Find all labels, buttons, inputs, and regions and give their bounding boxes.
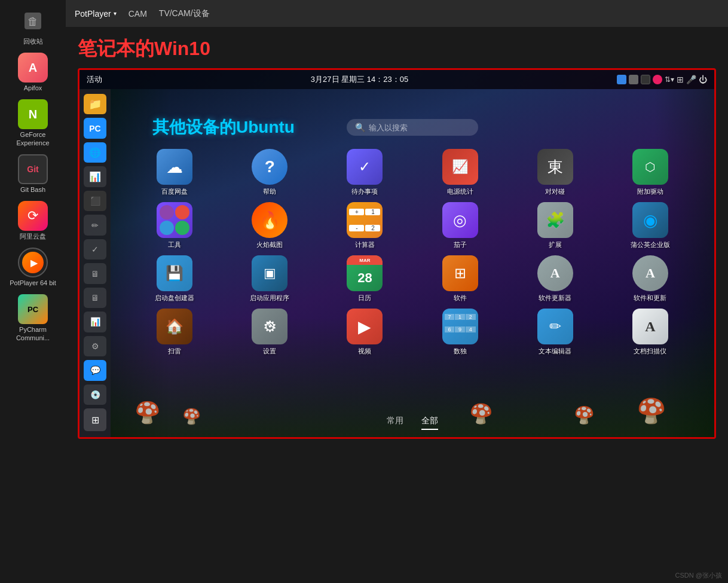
dock-files-icon: 📁 xyxy=(88,97,102,111)
app-label-tools: 工具 xyxy=(168,240,181,249)
dock-browser[interactable]: 🌐 xyxy=(84,142,106,163)
geforce-icon: N xyxy=(18,99,48,129)
app-dandelion[interactable]: ◉ 蒲公英企业版 xyxy=(604,202,696,249)
tvcam-label: TV/CAM/设备 xyxy=(159,8,210,19)
desktop-icon-geforce[interactable]: N GeForce Experience xyxy=(6,99,60,146)
dock-display-icon: 🖥 xyxy=(91,269,99,279)
app-todo[interactable]: ✓ 待办事项 xyxy=(319,149,411,196)
app-tools[interactable]: 工具 xyxy=(129,202,221,249)
app-calendar[interactable]: MAR 28 日历 xyxy=(319,255,411,303)
desktop-icon-potplayer[interactable]: ▶ PotPlayer 64 bit xyxy=(6,248,60,287)
dock-display2-icon: 🖥 xyxy=(91,293,99,303)
app-extend[interactable]: 🧩 扩展 xyxy=(509,202,601,249)
app-label-softupdate: 软件更新器 xyxy=(539,294,571,303)
csdn-watermark: CSDN @张小孩 xyxy=(675,571,722,580)
dock-grid-icon: ⊞ xyxy=(91,414,99,426)
app-calc[interactable]: + 1 - 2 计算器 xyxy=(319,202,411,249)
ubuntu-sys-tray: ⇅▾ ⊞ 🎤 ⏻ xyxy=(617,75,707,84)
app-icon-sudoku: 7 1 2 6 9 4 xyxy=(442,309,478,344)
sys-power-icon: ⏻ xyxy=(699,75,707,84)
dock-display2[interactable]: 🖥 xyxy=(84,288,106,308)
potplayer-dropdown-icon: ▾ xyxy=(114,10,117,17)
dock-todo[interactable]: ✓ xyxy=(84,239,106,260)
app-label-video: 视频 xyxy=(358,347,371,356)
ubuntu-datetime: 3月27日 星期三 14：23：05 xyxy=(311,74,408,85)
ubuntu-activities[interactable]: 活动 xyxy=(87,74,102,85)
dock-browser-icon: 🌐 xyxy=(89,147,101,158)
dock-disk[interactable]: 💿 xyxy=(84,384,106,405)
potplayer-menu-label: PotPlayer xyxy=(75,9,111,19)
app-software[interactable]: ⊞ 软件 xyxy=(414,255,506,303)
menubar-potplayer[interactable]: PotPlayer ▾ xyxy=(75,9,117,19)
ubuntu-sys-icons: ⇅▾ ⊞ 🎤 ⏻ xyxy=(617,75,707,84)
dock-files[interactable]: 📁 xyxy=(84,94,106,114)
dock-grid-wrap: ⊞ xyxy=(84,408,106,431)
dock-charts[interactable]: 📊 xyxy=(84,312,106,332)
sys-icon-1 xyxy=(617,75,626,84)
mushroom-3: 🍄 xyxy=(637,397,666,425)
dock-terminal[interactable]: ⬛ xyxy=(84,191,106,211)
dock-todo-icon: ✓ xyxy=(91,245,99,254)
app-video[interactable]: ▶ 视频 xyxy=(319,309,411,356)
desktop-icon-recycle[interactable]: 🗑 回收站 xyxy=(6,6,60,45)
menubar-tvcam[interactable]: TV/CAM/设备 xyxy=(159,8,210,19)
app-icon-calc: + 1 - 2 xyxy=(347,202,383,238)
app-icon-fire: 🔥 xyxy=(252,202,287,238)
app-icon-match: 東 xyxy=(537,149,573,185)
app-fire[interactable]: 🔥 火焰截图 xyxy=(224,202,316,249)
dock-display[interactable]: 🖥 xyxy=(84,263,106,283)
app-label-settings: 设置 xyxy=(263,347,276,356)
tab-all[interactable]: 全部 xyxy=(421,416,438,430)
dock-ide[interactable]: PC xyxy=(84,118,106,138)
app-docscan[interactable]: A 文档扫描仪 xyxy=(604,309,696,356)
app-label-fire: 火焰截图 xyxy=(256,240,283,249)
dock-edit-icon: ✏ xyxy=(91,221,99,230)
app-label-docscan: 文档扫描仪 xyxy=(634,347,666,356)
dock-apps-grid[interactable]: ⊞ xyxy=(84,408,106,431)
app-icon-settings: ⚙ xyxy=(252,309,287,344)
desktop-icon-pycharm[interactable]: PC PyCharm Communi... xyxy=(6,294,60,341)
app-sudoku[interactable]: 7 1 2 6 9 4 数独 xyxy=(414,309,506,356)
app-startup[interactable]: ▣ 启动应用程序 xyxy=(224,255,316,303)
sys-icon-2 xyxy=(629,75,638,84)
dock-chat[interactable]: 💬 xyxy=(84,360,106,380)
ubuntu-dock: 📁 PC 🌐 📊 ⬛ ✏ ✓ 🖥 🖥 xyxy=(79,89,111,437)
app-textedit[interactable]: ✏ 文本编辑器 xyxy=(509,309,601,356)
desktop-icon-aliyun[interactable]: ⟳ 阿里云盘 xyxy=(6,201,60,240)
tab-common[interactable]: 常用 xyxy=(387,416,403,430)
app-label-match: 对对碰 xyxy=(545,187,565,196)
app-icon-startup: ▣ xyxy=(252,255,287,291)
app-icon-help: ? xyxy=(252,149,287,185)
app-match[interactable]: 東 对对碰 xyxy=(509,149,601,196)
app-icon-bootdisk: 💾 xyxy=(157,255,192,291)
app-baidu[interactable]: ☁ 百度网盘 xyxy=(129,149,221,196)
dock-monitor[interactable]: 📊 xyxy=(84,166,106,187)
app-bootdisk[interactable]: 💾 启动盘创建器 xyxy=(129,255,221,303)
dock-settings[interactable]: ⚙ xyxy=(84,336,106,356)
app-swupdate2[interactable]: A 软件和更新 xyxy=(604,255,696,303)
app-help[interactable]: ? 帮助 xyxy=(224,149,316,196)
app-label-software: 软件 xyxy=(454,294,467,303)
app-icon-power: 📈 xyxy=(442,149,478,185)
ubuntu-search-bar[interactable]: 🔍 xyxy=(347,119,478,136)
app-power[interactable]: 📈 电源统计 xyxy=(414,149,506,196)
dock-charts-icon: 📊 xyxy=(90,317,100,326)
sys-mic-icon: 🎤 xyxy=(686,75,696,84)
app-label-baidu: 百度网盘 xyxy=(161,187,188,196)
cam-label: CAM xyxy=(129,9,147,19)
app-icon-driver: ⬡ xyxy=(632,149,668,185)
app-qiezi[interactable]: ◎ 茄子 xyxy=(414,202,506,249)
app-icon-softupdate: A xyxy=(537,255,573,291)
app-softupdate[interactable]: A 软件更新器 xyxy=(509,255,601,303)
menubar-cam[interactable]: CAM xyxy=(129,9,147,19)
dock-edit[interactable]: ✏ xyxy=(84,215,106,235)
desktop-icon-apifox[interactable]: A Apifox xyxy=(6,53,60,92)
app-sweep[interactable]: 🏠 扫雷 xyxy=(129,309,221,356)
main-content: PotPlayer ▾ CAM TV/CAM/设备 笔记本的Win10 活动 3… xyxy=(66,0,728,583)
search-input[interactable] xyxy=(369,123,464,132)
potplayer-icon: ▶ xyxy=(18,248,48,277)
app-driver[interactable]: ⬡ 附加驱动 xyxy=(604,149,696,196)
app-label-extend: 扩展 xyxy=(549,240,562,249)
desktop-icon-gitbash[interactable]: Git Git Bash xyxy=(6,154,60,194)
app-settings[interactable]: ⚙ 设置 xyxy=(224,309,316,356)
